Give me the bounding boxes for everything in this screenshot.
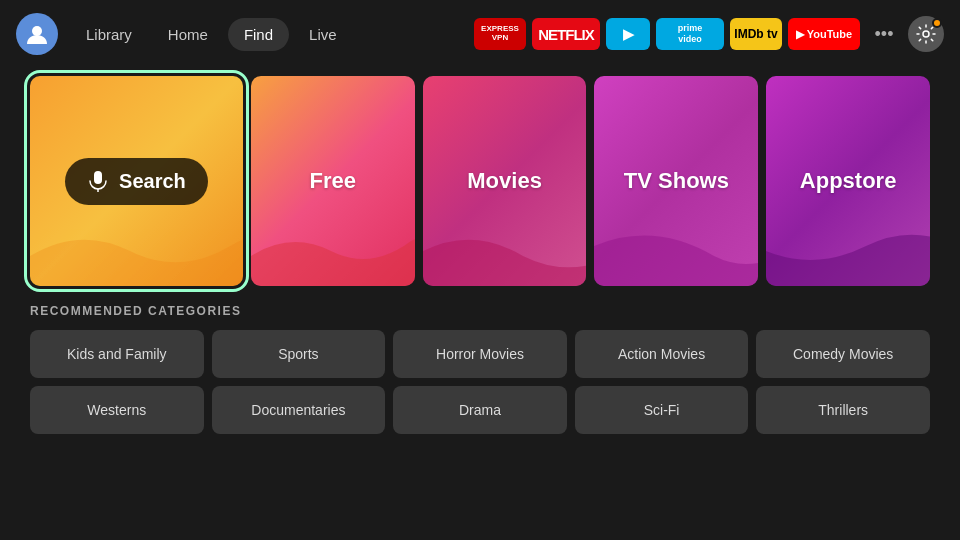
svg-point-0 [32, 26, 42, 36]
app-shortcuts: EXPRESS VPN NETFLIX ▶ primevideo IMDb tv… [474, 16, 944, 52]
category-row-1: Kids and Family Sports Horror Movies Act… [30, 330, 930, 378]
movies-tile[interactable]: Movies [423, 76, 587, 286]
appstore-tile[interactable]: Appstore [766, 76, 930, 286]
free-label: Free [310, 168, 356, 194]
nav-library[interactable]: Library [70, 18, 148, 51]
category-thrillers[interactable]: Thrillers [756, 386, 930, 434]
tvshows-tile[interactable]: TV Shows [594, 76, 758, 286]
main-content: Search Free Movies TV Shows [0, 76, 960, 434]
movies-label: Movies [467, 168, 542, 194]
youtube-app[interactable]: ▶ YouTube [788, 18, 860, 50]
imdb-app[interactable]: IMDb tv [730, 18, 782, 50]
expressvpn-app[interactable]: EXPRESS VPN [474, 18, 526, 50]
search-tile[interactable]: Search [30, 76, 243, 286]
category-drama[interactable]: Drama [393, 386, 567, 434]
category-westerns[interactable]: Westerns [30, 386, 204, 434]
category-grid: Kids and Family Sports Horror Movies Act… [30, 330, 930, 434]
top-navigation: Library Home Find Live EXPRESS VPN NETFL… [0, 0, 960, 68]
tvshows-label: TV Shows [624, 168, 729, 194]
category-comedy-movies[interactable]: Comedy Movies [756, 330, 930, 378]
category-action-movies[interactable]: Action Movies [575, 330, 749, 378]
category-kids-family[interactable]: Kids and Family [30, 330, 204, 378]
appstore-label: Appstore [800, 168, 897, 194]
category-documentaries[interactable]: Documentaries [212, 386, 386, 434]
category-horror-movies[interactable]: Horror Movies [393, 330, 567, 378]
more-apps-button[interactable]: ••• [866, 18, 902, 50]
nav-home[interactable]: Home [152, 18, 224, 51]
prime-video-app[interactable]: primevideo [656, 18, 724, 50]
freevee-app[interactable]: ▶ [606, 18, 650, 50]
netflix-app[interactable]: NETFLIX [532, 18, 600, 50]
search-button[interactable]: Search [65, 158, 208, 205]
category-sports[interactable]: Sports [212, 330, 386, 378]
nav-live[interactable]: Live [293, 18, 353, 51]
nav-links: Library Home Find Live [70, 18, 353, 51]
settings-notification-dot [932, 18, 942, 28]
microphone-icon [87, 170, 109, 192]
category-sci-fi[interactable]: Sci-Fi [575, 386, 749, 434]
search-label: Search [119, 170, 186, 193]
svg-point-1 [923, 31, 929, 37]
nav-find[interactable]: Find [228, 18, 289, 51]
recommended-title: RECOMMENDED CATEGORIES [30, 304, 930, 318]
svg-rect-2 [94, 171, 102, 184]
category-row-2: Westerns Documentaries Drama Sci-Fi Thri… [30, 386, 930, 434]
settings-button[interactable] [908, 16, 944, 52]
user-avatar[interactable] [16, 13, 58, 55]
main-tiles: Search Free Movies TV Shows [30, 76, 930, 286]
free-tile[interactable]: Free [251, 76, 415, 286]
